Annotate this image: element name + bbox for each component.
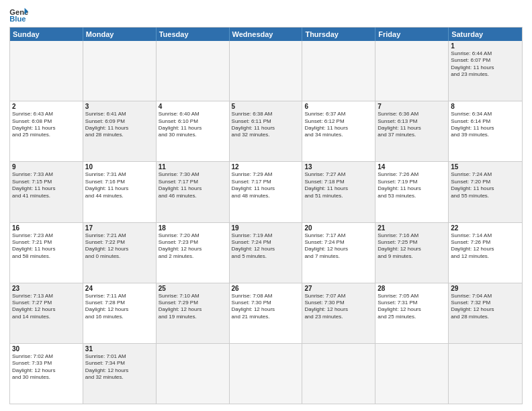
day-number: 19 xyxy=(232,224,300,232)
cell-info: Sunrise: 7:30 AM Sunset: 7:17 PM Dayligh… xyxy=(159,171,227,199)
calendar-cell: 28Sunrise: 7:05 AM Sunset: 7:31 PM Dayli… xyxy=(375,283,449,343)
calendar-cell xyxy=(449,344,522,404)
cell-info: Sunrise: 6:38 AM Sunset: 6:11 PM Dayligh… xyxy=(232,111,300,139)
cell-info: Sunrise: 7:26 AM Sunset: 7:19 PM Dayligh… xyxy=(378,171,446,199)
calendar-cell: 7Sunrise: 6:36 AM Sunset: 6:13 PM Daylig… xyxy=(375,101,449,161)
cell-info: Sunrise: 7:11 AM Sunset: 7:28 PM Dayligh… xyxy=(85,293,154,321)
calendar-cell xyxy=(230,344,303,404)
calendar-cell: 6Sunrise: 6:37 AM Sunset: 6:12 PM Daylig… xyxy=(302,101,375,161)
day-number: 11 xyxy=(159,163,227,171)
calendar-cell xyxy=(302,41,375,101)
cell-info: Sunrise: 7:14 AM Sunset: 7:26 PM Dayligh… xyxy=(451,232,520,261)
calendar-cell: 4Sunrise: 6:40 AM Sunset: 6:10 PM Daylig… xyxy=(157,101,230,161)
calendar-cell: 21Sunrise: 7:16 AM Sunset: 7:25 PM Dayli… xyxy=(375,223,449,283)
svg-text:Blue: Blue xyxy=(9,15,26,23)
day-number: 28 xyxy=(378,285,446,292)
day-number: 30 xyxy=(12,345,81,353)
day-number: 16 xyxy=(12,224,81,232)
weekday-header: Monday xyxy=(83,28,157,41)
cell-info: Sunrise: 7:29 AM Sunset: 7:17 PM Dayligh… xyxy=(232,171,300,199)
calendar-cell: 5Sunrise: 6:38 AM Sunset: 6:11 PM Daylig… xyxy=(230,101,303,161)
cell-info: Sunrise: 7:02 AM Sunset: 7:33 PM Dayligh… xyxy=(12,353,81,381)
day-number: 6 xyxy=(304,103,373,110)
day-number: 8 xyxy=(451,103,520,110)
calendar-cell xyxy=(157,41,230,101)
calendar-cell xyxy=(10,41,83,101)
cell-info: Sunrise: 7:07 AM Sunset: 7:30 PM Dayligh… xyxy=(304,293,373,321)
calendar-cell: 17Sunrise: 7:21 AM Sunset: 7:22 PM Dayli… xyxy=(83,223,157,283)
weekday-header: Thursday xyxy=(302,28,375,41)
cell-info: Sunrise: 7:04 AM Sunset: 7:32 PM Dayligh… xyxy=(451,293,520,321)
cell-info: Sunrise: 7:20 AM Sunset: 7:23 PM Dayligh… xyxy=(159,232,227,261)
calendar-row: 16Sunrise: 7:23 AM Sunset: 7:21 PM Dayli… xyxy=(10,222,522,283)
day-number: 15 xyxy=(451,163,520,171)
cell-info: Sunrise: 7:24 AM Sunset: 7:20 PM Dayligh… xyxy=(451,171,520,199)
calendar-cell xyxy=(83,41,157,101)
cell-info: Sunrise: 7:17 AM Sunset: 7:24 PM Dayligh… xyxy=(304,232,373,261)
cell-info: Sunrise: 7:23 AM Sunset: 7:21 PM Dayligh… xyxy=(12,232,81,261)
calendar-cell xyxy=(302,344,375,404)
calendar: SundayMondayTuesdayWednesdayThursdayFrid… xyxy=(9,27,523,404)
calendar-row: 2Sunrise: 6:43 AM Sunset: 6:08 PM Daylig… xyxy=(10,101,522,161)
calendar-cell: 12Sunrise: 7:29 AM Sunset: 7:17 PM Dayli… xyxy=(230,162,303,222)
cell-info: Sunrise: 6:41 AM Sunset: 6:09 PM Dayligh… xyxy=(85,111,154,139)
calendar-cell: 30Sunrise: 7:02 AM Sunset: 7:33 PM Dayli… xyxy=(10,344,83,404)
cell-info: Sunrise: 6:43 AM Sunset: 6:08 PM Dayligh… xyxy=(12,111,81,139)
weekday-header: Wednesday xyxy=(230,28,303,41)
calendar-cell: 22Sunrise: 7:14 AM Sunset: 7:26 PM Dayli… xyxy=(449,223,522,283)
calendar-cell xyxy=(230,41,303,101)
calendar-row: 1Sunrise: 6:44 AM Sunset: 6:07 PM Daylig… xyxy=(10,41,522,101)
calendar-row: 30Sunrise: 7:02 AM Sunset: 7:33 PM Dayli… xyxy=(10,343,522,404)
day-number: 22 xyxy=(451,224,520,232)
cell-info: Sunrise: 6:34 AM Sunset: 6:14 PM Dayligh… xyxy=(451,111,520,139)
calendar-cell xyxy=(157,344,230,404)
day-number: 26 xyxy=(232,285,300,292)
day-number: 27 xyxy=(304,285,373,292)
weekday-header: Sunday xyxy=(10,28,83,41)
cell-info: Sunrise: 7:05 AM Sunset: 7:31 PM Dayligh… xyxy=(378,293,446,321)
calendar-row: 23Sunrise: 7:13 AM Sunset: 7:27 PM Dayli… xyxy=(10,283,522,343)
day-number: 23 xyxy=(12,285,81,292)
calendar-body: 1Sunrise: 6:44 AM Sunset: 6:07 PM Daylig… xyxy=(10,41,522,404)
weekday-header: Tuesday xyxy=(157,28,230,41)
day-number: 29 xyxy=(451,285,520,292)
cell-info: Sunrise: 7:31 AM Sunset: 7:16 PM Dayligh… xyxy=(85,171,154,199)
calendar-cell: 24Sunrise: 7:11 AM Sunset: 7:28 PM Dayli… xyxy=(83,283,157,343)
cell-info: Sunrise: 7:19 AM Sunset: 7:24 PM Dayligh… xyxy=(232,232,300,261)
calendar-cell: 8Sunrise: 6:34 AM Sunset: 6:14 PM Daylig… xyxy=(449,101,522,161)
calendar-cell: 16Sunrise: 7:23 AM Sunset: 7:21 PM Dayli… xyxy=(10,223,83,283)
calendar-cell xyxy=(375,41,449,101)
day-number: 14 xyxy=(378,163,446,171)
day-number: 7 xyxy=(378,103,446,110)
logo: General Blue xyxy=(9,7,32,23)
day-number: 5 xyxy=(232,103,300,110)
calendar-cell: 29Sunrise: 7:04 AM Sunset: 7:32 PM Dayli… xyxy=(449,283,522,343)
header: General Blue xyxy=(9,7,523,23)
cell-info: Sunrise: 7:27 AM Sunset: 7:18 PM Dayligh… xyxy=(304,171,373,199)
day-number: 1 xyxy=(451,42,520,50)
day-number: 18 xyxy=(159,224,227,232)
cell-info: Sunrise: 7:21 AM Sunset: 7:22 PM Dayligh… xyxy=(85,232,154,261)
day-number: 31 xyxy=(85,345,154,353)
calendar-cell: 13Sunrise: 7:27 AM Sunset: 7:18 PM Dayli… xyxy=(302,162,375,222)
calendar-cell: 1Sunrise: 6:44 AM Sunset: 6:07 PM Daylig… xyxy=(449,41,522,101)
calendar-cell: 31Sunrise: 7:01 AM Sunset: 7:34 PM Dayli… xyxy=(83,344,157,404)
calendar-cell: 10Sunrise: 7:31 AM Sunset: 7:16 PM Dayli… xyxy=(83,162,157,222)
calendar-cell: 27Sunrise: 7:07 AM Sunset: 7:30 PM Dayli… xyxy=(302,283,375,343)
day-number: 4 xyxy=(159,103,227,110)
calendar-cell: 23Sunrise: 7:13 AM Sunset: 7:27 PM Dayli… xyxy=(10,283,83,343)
calendar-cell: 9Sunrise: 7:33 AM Sunset: 7:15 PM Daylig… xyxy=(10,162,83,222)
weekday-header: Friday xyxy=(375,28,449,41)
day-number: 13 xyxy=(304,163,373,171)
weekday-header: Saturday xyxy=(449,28,522,41)
calendar-cell: 14Sunrise: 7:26 AM Sunset: 7:19 PM Dayli… xyxy=(375,162,449,222)
logo-icon: General Blue xyxy=(9,7,28,23)
cell-info: Sunrise: 6:37 AM Sunset: 6:12 PM Dayligh… xyxy=(304,111,373,139)
cell-info: Sunrise: 6:40 AM Sunset: 6:10 PM Dayligh… xyxy=(159,111,227,139)
calendar-cell: 3Sunrise: 6:41 AM Sunset: 6:09 PM Daylig… xyxy=(83,101,157,161)
cell-info: Sunrise: 7:01 AM Sunset: 7:34 PM Dayligh… xyxy=(85,353,154,381)
day-number: 3 xyxy=(85,103,154,110)
calendar-cell xyxy=(375,344,449,404)
day-number: 2 xyxy=(12,103,81,110)
calendar-header: SundayMondayTuesdayWednesdayThursdayFrid… xyxy=(10,28,522,41)
